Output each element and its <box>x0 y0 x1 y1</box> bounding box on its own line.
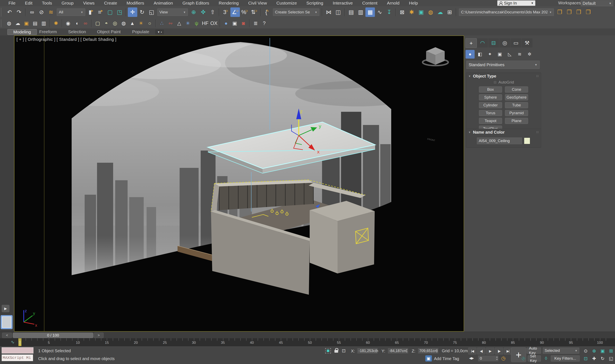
play-icon[interactable]: ▶ <box>486 348 494 354</box>
menu-item[interactable]: Edit <box>20 1 37 6</box>
sphere-helper-icon[interactable]: ● <box>222 19 230 27</box>
key-selection-dropdown[interactable]: Selected ▼ <box>543 348 579 354</box>
window-crossing-icon[interactable]: ◳ <box>115 7 124 17</box>
toggle-scene-explorer-icon[interactable]: ▤ <box>346 7 356 17</box>
key-filters-button[interactable]: Key Filters... <box>551 355 580 362</box>
select-and-link-icon[interactable]: ∞ <box>27 7 37 17</box>
hair-fur-icon[interactable]: HF <box>201 19 209 27</box>
toolbar-drag-handle[interactable] <box>1 8 3 16</box>
light-lister-icon[interactable]: ✺ <box>52 19 60 27</box>
image-pick-icon[interactable]: ▣ <box>230 19 239 27</box>
tab-modeling[interactable]: Modeling <box>7 29 37 35</box>
camera-dome-icon[interactable]: ◖ <box>72 19 81 27</box>
previous-frame-arrow[interactable]: < <box>2 333 12 338</box>
orbit-icon[interactable]: ↻ <box>599 355 607 362</box>
egg-icon[interactable]: ○ <box>145 19 154 27</box>
spinner-icon[interactable] <box>436 349 438 353</box>
menu-item[interactable]: Arnold <box>382 1 404 6</box>
glow-dome-icon[interactable]: ◓ <box>102 19 111 27</box>
toggle-ribbon-icon[interactable]: ▦ <box>365 7 375 17</box>
tab-object-paint[interactable]: Object Paint <box>95 29 123 34</box>
sun-icon[interactable]: ☀ <box>137 19 145 27</box>
script-settings-icon[interactable]: ❐ <box>555 7 564 17</box>
menu-item[interactable]: Civil View <box>243 1 272 6</box>
spinner-icon[interactable] <box>375 349 377 353</box>
object-type-button[interactable]: Box <box>479 86 502 93</box>
tab-freeform[interactable]: Freeform <box>37 29 59 34</box>
selection-filter-dropdown[interactable]: All▼ <box>57 8 85 16</box>
bind-to-space-warp-icon[interactable]: ≋ <box>46 7 56 17</box>
list-settings-icon[interactable]: ≣ <box>251 19 260 27</box>
keyboard-shortcut-override-icon[interactable]: ⇧ <box>208 7 217 17</box>
undo-icon[interactable]: ↶ <box>5 7 14 17</box>
key-mode-toggle-icon[interactable]: ◊ <box>543 355 549 362</box>
grass-icon[interactable]: ψ <box>192 19 201 27</box>
viewport-label[interactable]: [ + ] [ Orthographic ] [ Standard ] [ De… <box>16 37 116 42</box>
z-coordinate-field[interactable]: 709,651cm <box>418 348 438 354</box>
autogrid-checkbox[interactable] <box>493 80 497 84</box>
menu-item[interactable]: Views <box>78 1 99 6</box>
space-warps-category-icon[interactable]: ≋ <box>515 50 524 59</box>
sign-in-button[interactable]: Sign In ▼ <box>497 0 535 6</box>
transmitter-icon[interactable]: △ <box>175 19 184 27</box>
time-configuration-icon[interactable]: ◷ <box>501 355 506 361</box>
spinner-snap-toggle-icon[interactable]: ⇅⊃ <box>249 7 259 17</box>
workspaces-dropdown[interactable]: Default ▼ <box>581 0 613 6</box>
render-elements-icon[interactable]: ▤ <box>31 19 40 27</box>
time-tag-cube-icon[interactable]: ▣ <box>425 355 432 362</box>
material-editor-icon[interactable]: ⊠ <box>397 7 407 17</box>
viewport-layout-tab[interactable] <box>1 315 13 329</box>
menu-item[interactable]: Tools <box>37 1 57 6</box>
object-type-button[interactable]: Cylinder <box>479 102 502 108</box>
object-type-button[interactable]: GeoSphere <box>505 94 528 100</box>
object-color-swatch[interactable] <box>524 138 530 144</box>
zoom-extents-icon[interactable]: ▣ <box>599 348 607 354</box>
systems-category-icon[interactable]: ✲ <box>525 50 534 59</box>
create-tab-icon[interactable]: + <box>465 38 477 48</box>
lights-category-icon[interactable]: ✦ <box>485 50 494 59</box>
y-coordinate-field[interactable]: -84,187cm <box>388 348 408 354</box>
go-to-end-icon[interactable]: ▶| <box>504 348 512 354</box>
maxscript-mini-listener-pink[interactable] <box>2 347 33 353</box>
name-and-color-rollout-header[interactable]: ▼ Name and Color ∷ <box>466 129 541 135</box>
cone-helper-icon[interactable]: ▲ <box>128 19 137 27</box>
pattern-teapot-icon[interactable]: ◍ <box>119 19 128 27</box>
stereo-camera-icon[interactable]: ∞ <box>81 19 90 27</box>
menu-item[interactable]: Help <box>404 1 423 6</box>
viewcube[interactable]: FRONT <box>423 47 448 142</box>
select-and-rotate-icon[interactable]: ↻ <box>137 7 147 17</box>
time-slider-handle[interactable]: 0 / 100 <box>13 333 93 338</box>
object-type-button[interactable]: Pyramid <box>505 110 528 116</box>
tab-selection[interactable]: Selection <box>66 29 88 34</box>
select-and-manipulate-icon[interactable]: ✜ <box>198 7 208 17</box>
absolute-offset-mode-icon[interactable]: ⊡ <box>340 348 347 354</box>
tab-populate[interactable]: Populate <box>130 29 151 34</box>
motion-tab-icon[interactable]: ◎ <box>499 38 510 47</box>
menu-item[interactable]: Animation <box>149 1 178 6</box>
reference-coordinate-system-dropdown[interactable]: View▼ <box>157 8 188 16</box>
auto-key-button[interactable]: Auto Key <box>527 348 541 354</box>
align-icon[interactable]: ◫ <box>333 7 343 17</box>
display-tab-icon[interactable]: ▭ <box>511 38 521 47</box>
next-frame-icon[interactable]: |▶ <box>495 348 503 354</box>
script-structure-icon[interactable]: ❐ <box>574 7 583 17</box>
add-time-tag[interactable]: Add Time Tag <box>434 356 459 361</box>
set-key-button[interactable]: Set Key <box>528 355 541 362</box>
edit-named-selection-sets-icon[interactable]: {✎ <box>262 7 272 17</box>
mini-curve-editor-icon[interactable]: ∿ <box>11 339 14 345</box>
menu-item[interactable]: Scripting <box>302 1 328 6</box>
select-by-name-icon[interactable]: ≡➤ <box>96 7 105 17</box>
primitive-category-dropdown[interactable]: Standard Primitives ▼ <box>466 61 540 69</box>
atom-array-icon[interactable]: ∾ <box>166 19 175 27</box>
script-nodes-icon[interactable]: ❐ <box>583 7 593 17</box>
menu-item[interactable]: Rendering <box>214 1 243 6</box>
zoom-region-icon[interactable]: ⊡ <box>582 355 590 362</box>
menu-item[interactable]: Create <box>99 1 122 6</box>
next-frame-arrow[interactable]: > <box>94 333 104 338</box>
isolate-selection-icon[interactable] <box>325 348 331 354</box>
maximize-viewport-toggle-icon[interactable]: ◱ <box>607 355 615 362</box>
render-teapot-icon[interactable]: ◍ <box>5 19 14 27</box>
track-bar-ruler[interactable]: ∿ 05101520253035404550556065707580859095… <box>0 338 615 346</box>
render-setup-icon[interactable]: ✱ <box>407 7 416 17</box>
vr-view-icon[interactable]: ◙ <box>239 19 248 27</box>
